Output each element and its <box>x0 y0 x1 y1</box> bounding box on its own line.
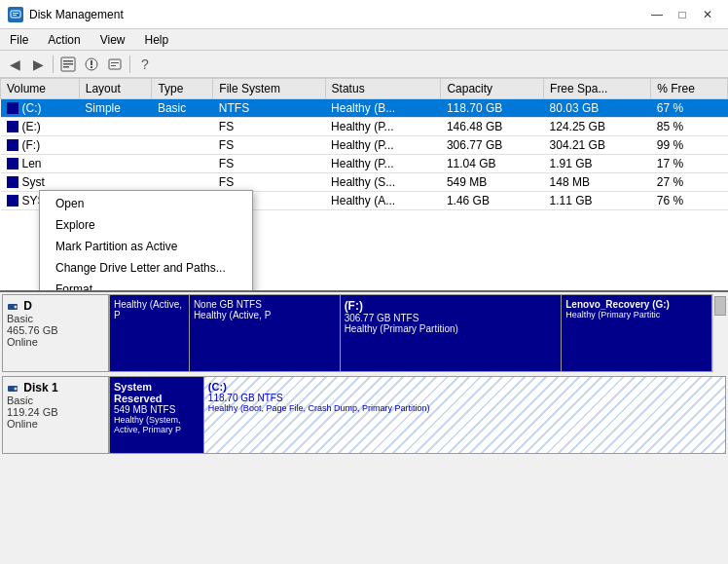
disk-1-part-1-status: Healthy (System, Active, Primary P <box>114 415 200 434</box>
disk-0-part-3-name: (F:) <box>345 299 558 313</box>
col-layout[interactable]: Layout <box>79 79 152 99</box>
menu-view[interactable]: View <box>91 31 135 48</box>
ctx-format[interactable]: Format... <box>40 279 252 292</box>
cell-fs: FS <box>213 136 325 155</box>
ctx-open[interactable]: Open <box>40 193 252 214</box>
cell-type <box>152 136 213 155</box>
col-freespace[interactable]: Free Spa... <box>544 79 651 99</box>
table-row[interactable]: (E:) FS Healthy (P... 146.48 GB 124.25 G… <box>1 118 728 136</box>
menu-bar: File Action View Help <box>0 29 728 51</box>
cell-volume: (F:) <box>1 136 80 155</box>
disk-1-part-2-status: Healthy (Boot, Page File, Crash Dump, Pr… <box>208 403 721 413</box>
disk-1-part-2-name: (C:) <box>208 381 721 393</box>
disk-0-part-2[interactable]: None GB NTFS Healthy (Active, P <box>190 295 341 371</box>
disk-0-part-1-status: Healthy (Active, P <box>114 299 185 320</box>
disk-1-part-2-size: 118.70 GB NTFS <box>208 393 721 403</box>
ctx-change-drive[interactable]: Change Drive Letter and Paths... <box>40 257 252 279</box>
col-capacity[interactable]: Capacity <box>441 79 544 99</box>
help-button[interactable]: ? <box>134 54 156 75</box>
volume-table-container: Volume Layout Type File System Status Ca… <box>0 78 728 292</box>
disk-1-part-1-size: 549 MB NTFS <box>114 404 200 415</box>
disk-0-type: Basic <box>7 313 104 324</box>
toolbar-separator-2 <box>129 56 130 73</box>
maximize-button[interactable]: □ <box>670 5 695 24</box>
disk-1-part-1[interactable]: System Reserved 549 MB NTFS Healthy (Sys… <box>110 377 204 453</box>
table-row[interactable]: Syst FS Healthy (S... 549 MB 148 MB 27 % <box>1 173 728 192</box>
cell-volume: Syst <box>1 173 80 192</box>
menu-action[interactable]: Action <box>38 31 90 48</box>
svg-rect-8 <box>91 60 92 65</box>
context-menu: OpenExploreMark Partition as ActiveChang… <box>39 190 253 292</box>
cell-freespace: 124.25 GB <box>544 118 651 136</box>
menu-file[interactable]: File <box>0 31 38 48</box>
svg-rect-6 <box>63 66 69 68</box>
cell-type <box>152 173 213 192</box>
cell-status: Healthy (B... <box>325 99 441 118</box>
disk-0-part-4[interactable]: Lenovo_Recovery (G:) Healthy (Primary Pa… <box>562 295 711 371</box>
svg-rect-5 <box>63 63 73 65</box>
cell-pctfree: 27 % <box>651 173 728 192</box>
forward-button[interactable]: ▶ <box>27 54 49 75</box>
svg-rect-1 <box>13 13 18 14</box>
ctx-mark-active[interactable]: Mark Partition as Active <box>40 236 252 257</box>
disk-0-part-2-status: Healthy (Active, P <box>194 310 336 320</box>
cell-fs: NTFS <box>213 99 325 118</box>
cell-freespace: 80.03 GB <box>544 99 651 118</box>
disk-0-part-1[interactable]: Healthy (Active, P <box>110 295 190 371</box>
disk-1-type: Basic <box>7 395 104 406</box>
disk-1-part-1-name: System Reserved <box>114 381 200 404</box>
cell-freespace: 1.91 GB <box>544 155 651 173</box>
cell-volume: Len <box>1 155 80 173</box>
window-title: Disk Management <box>29 8 124 21</box>
disk-0-part-2-size: None GB NTFS <box>194 299 336 310</box>
cell-capacity: 11.04 GB <box>441 155 544 173</box>
disk-1-part-2[interactable]: (C:) 118.70 GB NTFS Healthy (Boot, Page … <box>204 377 725 453</box>
cell-status: Healthy (S... <box>325 173 441 192</box>
svg-rect-4 <box>63 60 73 62</box>
scroll-thumb[interactable] <box>714 296 726 316</box>
cell-volume: (C:) <box>1 99 80 118</box>
svg-rect-0 <box>11 11 20 18</box>
ctx-explore[interactable]: Explore <box>40 214 252 236</box>
cell-fs: FS <box>213 155 325 173</box>
table-row[interactable]: Len FS Healthy (P... 11.04 GB 1.91 GB 17… <box>1 155 728 173</box>
cell-volume: (E:) <box>1 118 80 136</box>
show-properties-button[interactable] <box>57 54 79 75</box>
close-button[interactable]: ✕ <box>695 5 720 24</box>
disk-0-size: 465.76 GB <box>7 324 104 336</box>
cell-status: Healthy (P... <box>325 136 441 155</box>
cell-type <box>152 118 213 136</box>
cell-pctfree: 99 % <box>651 136 728 155</box>
col-volume[interactable]: Volume <box>1 79 80 99</box>
disk-0-part-4-status: Healthy (Primary Partitic <box>565 310 708 320</box>
disk-0-part-3[interactable]: (F:) 306.77 GB NTFS Healthy (Primary Par… <box>341 295 563 371</box>
table-row[interactable]: (F:) FS Healthy (P... 306.77 GB 304.21 G… <box>1 136 728 155</box>
cell-layout: Simple <box>79 99 152 118</box>
volume-properties-button[interactable] <box>81 54 102 75</box>
back-button[interactable]: ◀ <box>4 54 25 75</box>
col-filesystem[interactable]: File System <box>213 79 325 99</box>
toolbar-separator-1 <box>53 56 54 73</box>
disk-0-part-3-status: Healthy (Primary Partition) <box>345 323 558 334</box>
cell-layout <box>79 155 152 173</box>
disk-0-part-3-size: 306.77 GB NTFS <box>345 313 558 323</box>
disk-properties-button[interactable] <box>104 54 126 75</box>
cell-freespace: 148 MB <box>544 173 651 192</box>
table-row[interactable]: (C:) Simple Basic NTFS Healthy (B... 118… <box>1 99 728 118</box>
cell-fs: FS <box>213 118 325 136</box>
cell-status: Healthy (P... <box>325 118 441 136</box>
col-pctfree[interactable]: % Free <box>651 79 728 99</box>
svg-rect-2 <box>13 15 17 16</box>
disk-0-name: D <box>7 299 104 313</box>
scroll-track[interactable] <box>712 294 726 372</box>
minimize-button[interactable]: — <box>644 5 670 24</box>
cell-status: Healthy (P... <box>325 155 441 173</box>
cell-capacity: 306.77 GB <box>441 136 544 155</box>
cell-layout <box>79 118 152 136</box>
col-status[interactable]: Status <box>325 79 441 99</box>
col-type[interactable]: Type <box>152 79 213 99</box>
disk-1-size: 119.24 GB <box>7 406 104 418</box>
menu-help[interactable]: Help <box>135 31 179 48</box>
svg-rect-11 <box>111 62 119 63</box>
window-controls: — □ ✕ <box>644 5 720 24</box>
